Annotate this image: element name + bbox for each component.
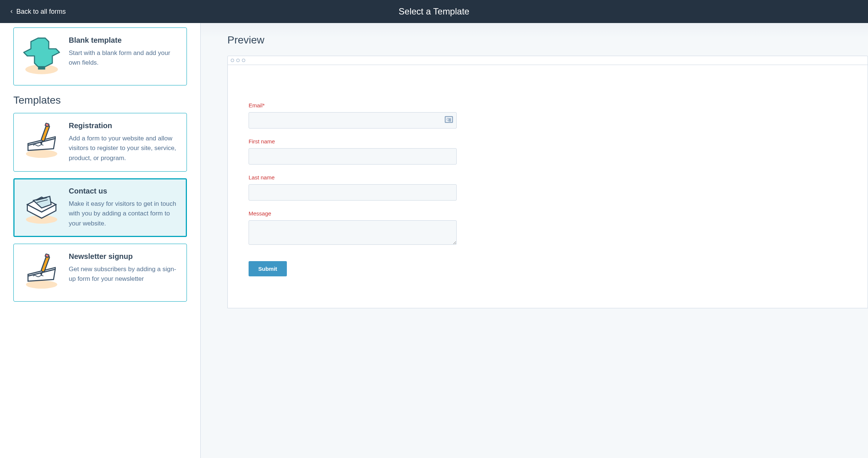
message-label: Message	[249, 210, 847, 217]
first-name-label: First name	[249, 138, 847, 144]
window-dot-icon	[242, 59, 245, 62]
page-title: Select a Template	[399, 6, 469, 17]
svg-rect-8	[45, 123, 49, 127]
svg-point-3	[26, 150, 57, 158]
last-name-label: Last name	[249, 174, 847, 181]
browser-bar	[228, 56, 868, 65]
back-label: Back to all forms	[16, 8, 66, 16]
pencil-paper-icon	[21, 121, 62, 162]
top-bar: Back to all forms Select a Template	[0, 0, 868, 23]
contact-card-icon	[445, 116, 453, 123]
templates-heading: Templates	[13, 94, 187, 106]
card-desc: Add a form to your website and allow vis…	[69, 134, 179, 163]
chevron-left-icon	[9, 9, 14, 14]
card-title: Newsletter signup	[69, 252, 179, 261]
pencil-paper-icon	[21, 252, 62, 293]
first-name-field[interactable]	[249, 148, 457, 165]
card-desc: Make it easy for visitors to get in touc…	[69, 199, 179, 228]
window-dot-icon	[231, 59, 234, 62]
template-card-contact-us[interactable]: Contact us Make it easy for visitors to …	[13, 178, 187, 237]
svg-marker-2	[38, 67, 45, 70]
svg-point-15	[26, 280, 57, 289]
svg-rect-20	[45, 254, 49, 257]
card-title: Blank template	[69, 36, 179, 45]
main-area: Blank template Start with a blank form a…	[0, 23, 868, 458]
svg-marker-1	[24, 38, 59, 67]
template-card-blank[interactable]: Blank template Start with a blank form a…	[13, 27, 187, 85]
template-card-registration[interactable]: Registration Add a form to your website …	[13, 113, 187, 172]
window-dot-icon	[236, 59, 240, 62]
card-title: Contact us	[69, 187, 179, 195]
submit-button[interactable]: Submit	[249, 261, 287, 276]
template-card-newsletter-signup[interactable]: Newsletter signup Get new subscribers by…	[13, 244, 187, 302]
back-to-all-forms-link[interactable]: Back to all forms	[0, 8, 66, 16]
card-desc: Start with a blank form and add your own…	[69, 48, 179, 68]
template-sidebar: Blank template Start with a blank form a…	[0, 23, 201, 458]
preview-form: Email* First name Last name Message Subm…	[228, 65, 868, 291]
email-field[interactable]	[249, 112, 457, 129]
message-field[interactable]	[249, 220, 457, 245]
last-name-field[interactable]	[249, 184, 457, 201]
preview-heading: Preview	[227, 34, 868, 46]
card-title: Registration	[69, 121, 179, 130]
browser-frame: Email* First name Last name Message Subm…	[227, 56, 868, 308]
card-desc: Get new subscribers by adding a sign-up …	[69, 264, 179, 284]
envelope-icon	[21, 187, 62, 228]
plus-icon	[21, 36, 62, 77]
email-label: Email*	[249, 102, 847, 108]
preview-panel: Preview Email* First name Last name Mess…	[201, 23, 868, 458]
